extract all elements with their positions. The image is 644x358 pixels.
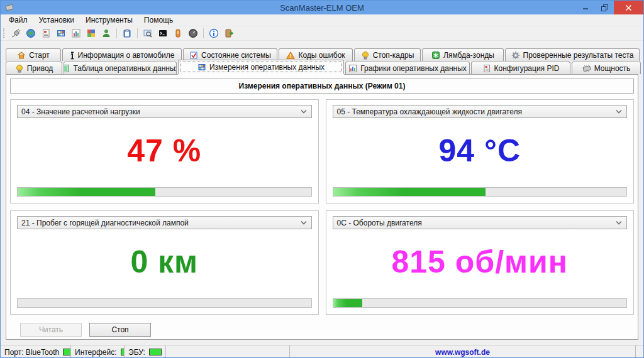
- tab-system-status[interactable]: Состояние системы: [183, 48, 277, 61]
- gauge-mil-distance: 21 - Пробег с горящей диагностической ла…: [10, 210, 319, 315]
- action-buttons: Читать Стоп: [20, 323, 634, 337]
- tab-test-results[interactable]: Проверенные результаты теста: [505, 48, 640, 61]
- interface-label: Интерфейс:: [75, 348, 117, 357]
- window-icon[interactable]: [85, 27, 97, 40]
- toolbar-gap: [1, 41, 643, 48]
- chevron-down-icon: [300, 109, 308, 114]
- tab-label: Информация о автомобиле: [78, 51, 175, 60]
- gauge-icon[interactable]: [187, 27, 199, 40]
- pid-select-mil-distance[interactable]: 21 - Пробег с горящей диагностической ла…: [17, 216, 312, 229]
- tab-live-data-table[interactable]: Таблица оперативных данных: [64, 62, 177, 74]
- window-title: ScanMaster-ELM OEM: [1, 3, 643, 13]
- tab-label: Старт: [29, 51, 50, 60]
- tab-label: Лямбда-зонды: [443, 51, 494, 60]
- tab-row-1: Старт Информация о автомобиле Состояние …: [1, 48, 643, 61]
- measurements-icon: [197, 63, 206, 72]
- tab-label: Мощность: [594, 64, 631, 73]
- status-interface: Интерфейс:: [71, 345, 125, 358]
- tab-label: Коды ошибок: [298, 51, 345, 60]
- tab-vehicle-info[interactable]: Информация о автомобиле: [62, 48, 182, 61]
- tab-label: Таблица оперативных данных: [73, 64, 177, 73]
- gauge-progress-fill: [333, 299, 363, 307]
- pid-doc-icon: [482, 64, 491, 73]
- gauge-load: 04 - Значение расчетной нагрузки 47 %: [10, 99, 319, 203]
- exit-icon[interactable]: [223, 27, 235, 40]
- gauge-progress-track: [17, 298, 312, 308]
- home-icon: [17, 51, 26, 60]
- drive-icon: [15, 64, 24, 73]
- info-icon[interactable]: [208, 27, 220, 40]
- status-bar: Порт: BlueTooth Интерфейс: ЭБУ: www.wgso…: [1, 345, 643, 358]
- tab-freeze-frames[interactable]: Стоп-кадры: [354, 48, 421, 61]
- tab-drive[interactable]: Привод: [6, 62, 62, 74]
- pid-select-value: 0C - Обороты двигателя: [337, 219, 422, 227]
- table-icon[interactable]: [55, 27, 67, 40]
- tab-pid-config[interactable]: Конфигурация PID: [471, 62, 570, 74]
- status-ecu: ЭБУ:: [125, 345, 166, 358]
- gauge-progress-track: [17, 187, 312, 197]
- toolbar: [1, 26, 643, 41]
- freeze-frame-icon: [361, 51, 370, 60]
- pid-select-coolant[interactable]: 05 - Температура охлаждающей жидкости дв…: [333, 105, 628, 118]
- status-resize-grip: [636, 345, 643, 358]
- gauge-rpm: 0C - Обороты двигателя 815 об/мин: [326, 210, 635, 315]
- search-icon[interactable]: [142, 27, 154, 40]
- menu-settings[interactable]: Установки: [33, 14, 80, 26]
- pid-select-value: 04 - Значение расчетной нагрузки: [21, 107, 140, 116]
- terminal-icon[interactable]: [157, 27, 169, 40]
- chevron-down-icon: [300, 220, 308, 225]
- ecu-label: ЭБУ:: [128, 348, 145, 357]
- tab-label: Графики оперативных данных: [360, 64, 467, 73]
- pid-select-value: 05 - Температура охлаждающей жидкости дв…: [337, 107, 522, 116]
- clipboard-icon[interactable]: [121, 27, 133, 40]
- tab-power[interactable]: Мощность: [572, 62, 641, 74]
- pid-select-load[interactable]: 04 - Значение расчетной нагрузки: [17, 105, 312, 118]
- port-label: Порт: BlueTooth: [4, 348, 59, 357]
- tab-label: Измерения оперативных данных: [209, 63, 325, 72]
- gear-icon: [511, 51, 520, 60]
- gauge-value: 94 °C: [326, 129, 634, 173]
- gauge-grid: 04 - Значение расчетной нагрузки 47 % 05…: [10, 99, 634, 315]
- toolbar-separator: [203, 28, 204, 38]
- tab-live-data-graphs[interactable]: Графики оперативных данных: [345, 62, 470, 74]
- report-icon[interactable]: [40, 27, 52, 40]
- gauge-coolant-temp: 05 - Температура охлаждающей жидкости дв…: [326, 99, 635, 203]
- tab-label: Привод: [27, 64, 53, 73]
- page-title: Измерения оперативных данных (Режим 01): [10, 79, 634, 94]
- pid-select-value: 21 - Пробег с горящей диагностической ла…: [21, 219, 189, 227]
- wgsoft-link[interactable]: www.wgsoft.de: [435, 348, 490, 357]
- gauge-progress-track: [333, 187, 628, 197]
- ecu-led-icon: [149, 349, 162, 355]
- stop-button[interactable]: Стоп: [89, 323, 151, 337]
- tab-lambda-sensors[interactable]: Лямбда-зонды: [422, 48, 504, 61]
- status-port: Порт: BlueTooth: [1, 345, 71, 358]
- title-bar: ScanMaster-ELM OEM: [1, 1, 643, 14]
- port-led-icon: [63, 349, 71, 355]
- tab-start[interactable]: Старт: [6, 48, 61, 61]
- tab-error-codes[interactable]: Коды ошибок: [279, 48, 353, 61]
- tab-label: Стоп-кадры: [373, 51, 414, 60]
- gauge-progress-fill: [18, 188, 155, 196]
- toolbar-separator: [137, 28, 138, 38]
- battery-icon[interactable]: [172, 27, 184, 40]
- tab-live-data-measurements[interactable]: Измерения оперативных данных: [178, 60, 344, 74]
- read-button[interactable]: Читать: [20, 323, 82, 337]
- toolbar-grip: [3, 28, 6, 38]
- globe-icon[interactable]: [25, 27, 37, 40]
- menu-file[interactable]: Файл: [3, 14, 33, 26]
- graphs-icon: [348, 64, 357, 73]
- chevron-down-icon: [615, 109, 623, 114]
- warning-icon: [286, 51, 295, 60]
- pid-select-rpm[interactable]: 0C - Обороты двигателя: [333, 216, 628, 229]
- measurements-page: Измерения оперативных данных (Режим 01) …: [6, 74, 638, 340]
- tab-label: Конфигурация PID: [494, 64, 560, 73]
- menu-help[interactable]: Помощь: [138, 14, 179, 26]
- gauge-progress-fill: [333, 188, 486, 196]
- connector-icon[interactable]: [9, 27, 22, 40]
- chart-icon[interactable]: [70, 27, 82, 40]
- gauge-value: 0 км: [11, 240, 318, 284]
- tab-row-2: Привод Таблица оперативных данных Измере…: [1, 61, 643, 74]
- gauge-progress-track: [333, 298, 628, 308]
- user-icon[interactable]: [100, 27, 113, 40]
- menu-tools[interactable]: Инструменты: [80, 14, 138, 26]
